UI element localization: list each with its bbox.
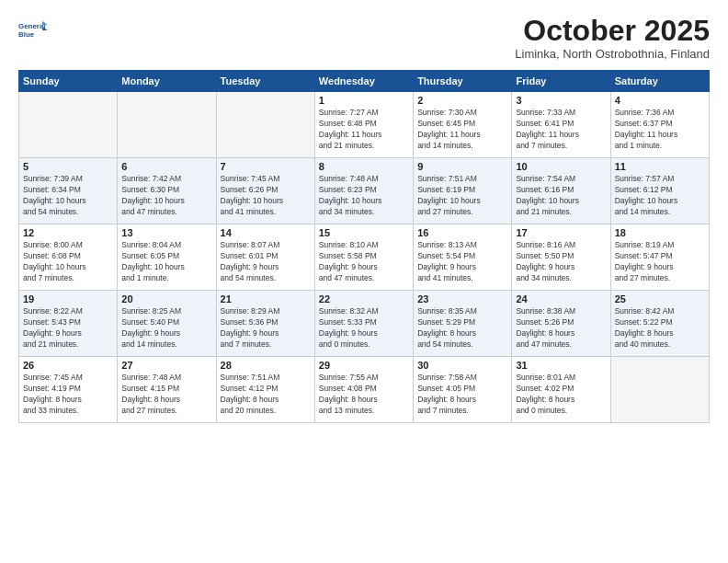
day-info: Sunrise: 8:35 AM Sunset: 5:29 PM Dayligh… <box>417 306 507 350</box>
calendar-table: Sunday Monday Tuesday Wednesday Thursday… <box>18 70 710 423</box>
header: General Blue October 2025 Liminka, North… <box>18 15 710 61</box>
day-info: Sunrise: 8:42 AM Sunset: 5:22 PM Dayligh… <box>615 306 705 350</box>
day-info: Sunrise: 8:01 AM Sunset: 4:02 PM Dayligh… <box>516 373 606 417</box>
day-info: Sunrise: 8:32 AM Sunset: 5:33 PM Dayligh… <box>319 306 409 350</box>
day-number: 28 <box>221 360 311 371</box>
table-row: 12Sunrise: 8:00 AM Sunset: 6:08 PM Dayli… <box>19 224 118 291</box>
col-monday: Monday <box>118 71 216 92</box>
day-info: Sunrise: 8:04 AM Sunset: 6:05 PM Dayligh… <box>121 240 211 284</box>
day-info: Sunrise: 8:19 AM Sunset: 5:47 PM Dayligh… <box>615 240 705 284</box>
day-number: 26 <box>23 360 113 371</box>
table-row: 29Sunrise: 7:55 AM Sunset: 4:08 PM Dayli… <box>314 357 413 423</box>
calendar-week-row: 26Sunrise: 7:45 AM Sunset: 4:19 PM Dayli… <box>19 357 710 423</box>
table-row: 20Sunrise: 8:25 AM Sunset: 5:40 PM Dayli… <box>118 291 216 357</box>
svg-text:General: General <box>18 22 46 30</box>
day-info: Sunrise: 7:51 AM Sunset: 4:12 PM Dayligh… <box>221 373 311 417</box>
calendar-week-row: 5Sunrise: 7:39 AM Sunset: 6:34 PM Daylig… <box>19 158 710 224</box>
table-row: 22Sunrise: 8:32 AM Sunset: 5:33 PM Dayli… <box>314 291 413 357</box>
day-info: Sunrise: 7:36 AM Sunset: 6:37 PM Dayligh… <box>615 108 705 152</box>
table-row: 15Sunrise: 8:10 AM Sunset: 5:58 PM Dayli… <box>314 224 413 291</box>
day-number: 8 <box>319 161 409 172</box>
calendar-header-row: Sunday Monday Tuesday Wednesday Thursday… <box>19 71 710 92</box>
logo: General Blue <box>18 15 50 46</box>
table-row: 21Sunrise: 8:29 AM Sunset: 5:36 PM Dayli… <box>216 291 314 357</box>
day-info: Sunrise: 7:45 AM Sunset: 4:19 PM Dayligh… <box>23 373 113 417</box>
col-saturday: Saturday <box>610 71 709 92</box>
day-number: 14 <box>221 227 311 238</box>
day-info: Sunrise: 8:29 AM Sunset: 5:36 PM Dayligh… <box>221 306 311 350</box>
day-info: Sunrise: 8:22 AM Sunset: 5:43 PM Dayligh… <box>23 306 113 350</box>
table-row: 24Sunrise: 8:38 AM Sunset: 5:26 PM Dayli… <box>512 291 610 357</box>
day-number: 13 <box>121 227 211 238</box>
col-wednesday: Wednesday <box>314 71 413 92</box>
day-number: 11 <box>615 161 705 172</box>
day-info: Sunrise: 7:48 AM Sunset: 4:15 PM Dayligh… <box>121 373 211 417</box>
table-row: 2Sunrise: 7:30 AM Sunset: 6:45 PM Daylig… <box>414 92 512 158</box>
table-row: 31Sunrise: 8:01 AM Sunset: 4:02 PM Dayli… <box>512 357 610 423</box>
day-info: Sunrise: 8:10 AM Sunset: 5:58 PM Dayligh… <box>319 240 409 284</box>
day-info: Sunrise: 7:45 AM Sunset: 6:26 PM Dayligh… <box>221 174 311 218</box>
table-row <box>19 92 118 158</box>
table-row: 7Sunrise: 7:45 AM Sunset: 6:26 PM Daylig… <box>216 158 314 224</box>
table-row: 26Sunrise: 7:45 AM Sunset: 4:19 PM Dayli… <box>19 357 118 423</box>
table-row <box>118 92 216 158</box>
day-info: Sunrise: 8:13 AM Sunset: 5:54 PM Dayligh… <box>417 240 507 284</box>
calendar-page: General Blue October 2025 Liminka, North… <box>0 0 728 563</box>
col-friday: Friday <box>512 71 610 92</box>
day-info: Sunrise: 7:27 AM Sunset: 6:48 PM Dayligh… <box>319 108 409 152</box>
table-row: 18Sunrise: 8:19 AM Sunset: 5:47 PM Dayli… <box>610 224 709 291</box>
col-tuesday: Tuesday <box>216 71 314 92</box>
day-number: 9 <box>417 161 507 172</box>
day-info: Sunrise: 7:33 AM Sunset: 6:41 PM Dayligh… <box>516 108 606 152</box>
day-number: 27 <box>121 360 211 371</box>
day-number: 25 <box>615 293 705 304</box>
day-number: 1 <box>319 95 409 106</box>
table-row: 6Sunrise: 7:42 AM Sunset: 6:30 PM Daylig… <box>118 158 216 224</box>
table-row: 1Sunrise: 7:27 AM Sunset: 6:48 PM Daylig… <box>314 92 413 158</box>
table-row: 11Sunrise: 7:57 AM Sunset: 6:12 PM Dayli… <box>610 158 709 224</box>
day-number: 21 <box>221 293 311 304</box>
day-number: 30 <box>417 360 507 371</box>
day-info: Sunrise: 8:16 AM Sunset: 5:50 PM Dayligh… <box>516 240 606 284</box>
table-row: 5Sunrise: 7:39 AM Sunset: 6:34 PM Daylig… <box>19 158 118 224</box>
col-thursday: Thursday <box>414 71 512 92</box>
day-number: 18 <box>615 227 705 238</box>
day-number: 20 <box>121 293 211 304</box>
table-row: 28Sunrise: 7:51 AM Sunset: 4:12 PM Dayli… <box>216 357 314 423</box>
day-info: Sunrise: 7:39 AM Sunset: 6:34 PM Dayligh… <box>23 174 113 218</box>
table-row: 14Sunrise: 8:07 AM Sunset: 6:01 PM Dayli… <box>216 224 314 291</box>
logo-svg: General Blue <box>18 15 50 46</box>
day-info: Sunrise: 8:07 AM Sunset: 6:01 PM Dayligh… <box>221 240 311 284</box>
table-row: 9Sunrise: 7:51 AM Sunset: 6:19 PM Daylig… <box>414 158 512 224</box>
table-row: 16Sunrise: 8:13 AM Sunset: 5:54 PM Dayli… <box>414 224 512 291</box>
table-row: 10Sunrise: 7:54 AM Sunset: 6:16 PM Dayli… <box>512 158 610 224</box>
day-info: Sunrise: 7:55 AM Sunset: 4:08 PM Dayligh… <box>319 373 409 417</box>
day-number: 2 <box>417 95 507 106</box>
svg-text:Blue: Blue <box>18 30 35 39</box>
table-row <box>610 357 709 423</box>
day-number: 12 <box>23 227 113 238</box>
calendar-week-row: 19Sunrise: 8:22 AM Sunset: 5:43 PM Dayli… <box>19 291 710 357</box>
calendar-week-row: 1Sunrise: 7:27 AM Sunset: 6:48 PM Daylig… <box>19 92 710 158</box>
table-row: 13Sunrise: 8:04 AM Sunset: 6:05 PM Dayli… <box>118 224 216 291</box>
day-number: 24 <box>516 293 606 304</box>
day-number: 23 <box>417 293 507 304</box>
col-sunday: Sunday <box>19 71 118 92</box>
day-info: Sunrise: 7:42 AM Sunset: 6:30 PM Dayligh… <box>121 174 211 218</box>
month-title: October 2025 <box>515 15 710 47</box>
table-row: 30Sunrise: 7:58 AM Sunset: 4:05 PM Dayli… <box>414 357 512 423</box>
calendar-week-row: 12Sunrise: 8:00 AM Sunset: 6:08 PM Dayli… <box>19 224 710 291</box>
table-row <box>216 92 314 158</box>
day-info: Sunrise: 7:58 AM Sunset: 4:05 PM Dayligh… <box>417 373 507 417</box>
table-row: 3Sunrise: 7:33 AM Sunset: 6:41 PM Daylig… <box>512 92 610 158</box>
day-number: 10 <box>516 161 606 172</box>
day-number: 31 <box>516 360 606 371</box>
day-number: 3 <box>516 95 606 106</box>
day-info: Sunrise: 7:57 AM Sunset: 6:12 PM Dayligh… <box>615 174 705 218</box>
day-info: Sunrise: 7:54 AM Sunset: 6:16 PM Dayligh… <box>516 174 606 218</box>
table-row: 17Sunrise: 8:16 AM Sunset: 5:50 PM Dayli… <box>512 224 610 291</box>
day-number: 19 <box>23 293 113 304</box>
day-number: 15 <box>319 227 409 238</box>
day-info: Sunrise: 8:38 AM Sunset: 5:26 PM Dayligh… <box>516 306 606 350</box>
day-info: Sunrise: 7:30 AM Sunset: 6:45 PM Dayligh… <box>417 108 507 152</box>
